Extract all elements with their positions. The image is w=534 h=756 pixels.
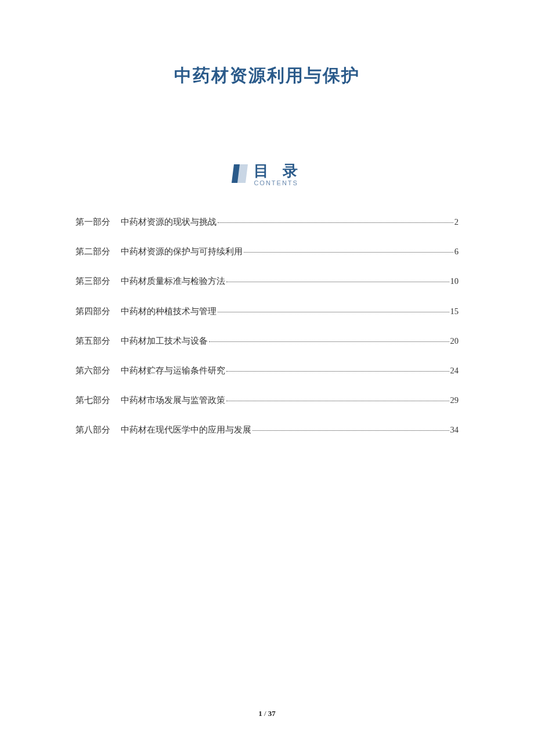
toc-leader-dots xyxy=(226,371,449,372)
toc-entry[interactable]: 第五部分 中药材加工技术与设备 20 xyxy=(75,334,459,348)
toc-entry-title: 中药材加工技术与设备 xyxy=(121,334,208,348)
toc-entry[interactable]: 第七部分 中药材市场发展与监管政策 29 xyxy=(75,394,459,407)
toc-entry-title: 中药材资源的保护与可持续利用 xyxy=(121,245,243,258)
toc-heading-en: CONTENTS xyxy=(254,179,298,186)
toc-leader-dots xyxy=(226,401,449,401)
toc-page-number: 20 xyxy=(450,334,459,348)
toc-entry[interactable]: 第一部分 中药材资源的现状与挑战 2 xyxy=(75,215,459,229)
toc-part-label: 第六部分 xyxy=(75,364,110,377)
toc-part-label: 第四部分 xyxy=(75,305,110,318)
toc-entry-title: 中药材的种植技术与管理 xyxy=(121,305,217,318)
toc-leader-dots xyxy=(218,222,453,223)
toc-part-label: 第三部分 xyxy=(75,275,110,288)
toc-heading-cn: 目 录 xyxy=(254,163,302,178)
toc-page-number: 29 xyxy=(450,394,459,407)
toc-page-number: 34 xyxy=(450,423,459,437)
toc-leader-dots xyxy=(209,341,449,342)
toc-part-label: 第七部分 xyxy=(75,394,110,407)
toc-entry-title: 中药材资源的现状与挑战 xyxy=(121,215,217,229)
toc-part-label: 第二部分 xyxy=(75,245,110,258)
total-pages: 37 xyxy=(268,709,276,718)
toc-entry[interactable]: 第四部分 中药材的种植技术与管理 15 xyxy=(75,305,459,318)
toc-leader-dots xyxy=(252,430,449,431)
toc-icon xyxy=(232,163,249,186)
document-page: 中药材资源利用与保护 目 录 CONTENTS 第一部分 中药材资源的现状与挑战… xyxy=(0,0,534,437)
toc-entry[interactable]: 第三部分 中药材质量标准与检验方法 10 xyxy=(75,275,459,288)
toc-page-number: 6 xyxy=(454,245,459,258)
toc-page-number: 2 xyxy=(454,215,459,229)
toc-entry-title: 中药材贮存与运输条件研究 xyxy=(121,364,225,377)
toc-leader-dots xyxy=(244,252,453,253)
toc-leader-dots xyxy=(226,282,449,282)
toc-entry[interactable]: 第六部分 中药材贮存与运输条件研究 24 xyxy=(75,364,459,377)
toc-header: 目 录 CONTENTS xyxy=(75,163,459,186)
toc-part-label: 第一部分 xyxy=(75,215,110,229)
page-footer: 1 / 37 xyxy=(0,709,534,718)
toc-entry-title: 中药材市场发展与监管政策 xyxy=(121,394,225,407)
toc-page-number: 15 xyxy=(450,305,459,318)
toc-leader-dots xyxy=(218,312,449,312)
toc-entry[interactable]: 第二部分 中药材资源的保护与可持续利用 6 xyxy=(75,245,459,258)
toc-entry-title: 中药材在现代医学中的应用与发展 xyxy=(121,423,251,437)
document-title: 中药材资源利用与保护 xyxy=(75,64,459,88)
toc-page-number: 24 xyxy=(450,364,459,377)
toc-part-label: 第五部分 xyxy=(75,334,110,348)
toc-part-label: 第八部分 xyxy=(75,423,110,437)
toc-list: 第一部分 中药材资源的现状与挑战 2 第二部分 中药材资源的保护与可持续利用 6… xyxy=(75,215,459,437)
page-separator: / xyxy=(262,709,268,718)
toc-title-wrap: 目 录 CONTENTS xyxy=(254,163,302,186)
toc-entry[interactable]: 第八部分 中药材在现代医学中的应用与发展 34 xyxy=(75,423,459,437)
toc-entry-title: 中药材质量标准与检验方法 xyxy=(121,275,225,288)
toc-page-number: 10 xyxy=(450,275,459,288)
